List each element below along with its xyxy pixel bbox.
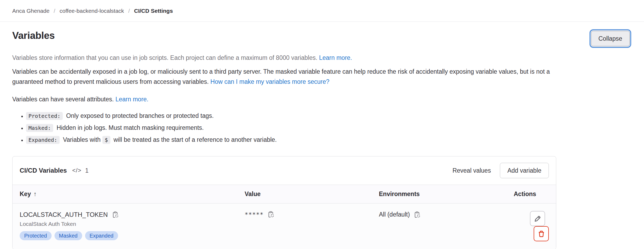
column-header-actions: Actions xyxy=(507,185,556,204)
expanded-code-chip: Expanded: xyxy=(26,136,60,144)
variable-description: LocalStack Auth Token xyxy=(20,221,230,227)
attributes-text: Variables can have several attributes. xyxy=(12,96,114,103)
learn-more-link[interactable]: Learn more. xyxy=(319,54,352,61)
cicd-variables-card: CI/CD Variables </> 1 Reveal values Add … xyxy=(12,156,556,249)
environment-scope: All (default) xyxy=(379,211,410,218)
attributes-learn-more-link[interactable]: Learn more. xyxy=(115,96,148,103)
protected-code-chip: Protected: xyxy=(26,112,63,120)
protected-description: Only exposed to protected branches or pr… xyxy=(66,112,214,119)
masked-badge: Masked xyxy=(55,231,82,240)
dollar-code-chip: $ xyxy=(102,136,110,144)
key-cell: LOCALSTACK_AUTH_TOKEN LocalStack Au xyxy=(12,204,237,249)
variable-key: LOCALSTACK_AUTH_TOKEN xyxy=(20,211,108,218)
badge-row: Protected Masked Expanded xyxy=(20,231,230,240)
column-header-environments: Environments xyxy=(372,185,507,204)
environments-cell: All (default) xyxy=(372,204,507,249)
masked-variable-value: ***** xyxy=(245,211,264,218)
card-header: CI/CD Variables </> 1 Reveal values Add … xyxy=(12,156,556,185)
masked-code-chip: Masked: xyxy=(26,124,53,132)
top-bar: Anca Ghenade / coffee-backend-localstack… xyxy=(0,0,644,22)
clipboard-copy-icon xyxy=(414,211,421,218)
card-title: CI/CD Variables xyxy=(20,167,67,174)
edit-variable-button[interactable] xyxy=(530,211,545,226)
pencil-icon xyxy=(534,215,541,222)
card-header-actions: Reveal values Add variable xyxy=(453,163,549,178)
list-item-masked: Masked: Hidden in job logs. Must match m… xyxy=(26,124,632,132)
table-row: LOCALSTACK_AUTH_TOKEN LocalStack Au xyxy=(12,204,556,249)
reveal-values-button[interactable]: Reveal values xyxy=(453,167,491,174)
breadcrumb: Anca Ghenade / coffee-backend-localstack… xyxy=(12,8,173,14)
collapse-button[interactable]: Collapse xyxy=(591,31,630,46)
list-item-expanded: Expanded: Variables with $ will be treat… xyxy=(26,136,632,144)
copy-key-button[interactable] xyxy=(112,211,119,218)
expanded-description-before: Variables with xyxy=(63,136,101,143)
expanded-badge: Expanded xyxy=(85,231,118,240)
expanded-description-after: will be treated as the start of a refere… xyxy=(114,136,277,143)
copy-value-button[interactable] xyxy=(267,211,274,218)
variables-count: 1 xyxy=(85,167,89,174)
attributes-paragraph: Variables can have several attributes. L… xyxy=(12,94,632,104)
card-title-wrap: CI/CD Variables </> 1 xyxy=(20,167,89,174)
clipboard-copy-icon xyxy=(267,211,274,218)
actions-cell xyxy=(507,204,556,249)
copy-environment-button[interactable] xyxy=(414,211,421,218)
masking-warning-paragraph: Variables can be accidentally exposed in… xyxy=(12,67,572,87)
column-header-key[interactable]: Key↑ xyxy=(12,185,237,204)
page-title: Variables xyxy=(12,30,55,42)
value-cell: ***** xyxy=(237,204,372,249)
protected-badge: Protected xyxy=(20,231,52,240)
masked-description: Hidden in job logs. Must match masking r… xyxy=(57,124,204,131)
settings-content: Variables Collapse Variables store infor… xyxy=(0,22,644,249)
column-header-value: Value xyxy=(237,185,372,204)
intro-paragraph: Variables store information that you can… xyxy=(12,53,632,63)
table-header-row: Key↑ Value Environments Actions xyxy=(12,185,556,204)
add-variable-button[interactable]: Add variable xyxy=(500,163,549,178)
trash-icon xyxy=(538,230,545,238)
breadcrumb-separator: / xyxy=(128,8,130,14)
breadcrumb-current-page: CI/CD Settings xyxy=(134,8,173,14)
code-icon: </> xyxy=(72,167,81,174)
key-column-label: Key xyxy=(20,190,31,197)
list-item-protected: Protected: Only exposed to protected bra… xyxy=(26,112,632,120)
sort-ascending-icon: ↑ xyxy=(34,190,37,197)
breadcrumb-project[interactable]: coffee-backend-localstack xyxy=(60,8,124,14)
attributes-list: Protected: Only exposed to protected bra… xyxy=(26,112,632,144)
variables-section-header: Variables Collapse xyxy=(12,30,632,46)
intro-text: Variables store information that you can… xyxy=(12,54,317,61)
variables-table: Key↑ Value Environments Actions LOCALSTA… xyxy=(12,185,556,249)
breadcrumb-namespace[interactable]: Anca Ghenade xyxy=(12,8,49,14)
breadcrumb-separator: / xyxy=(54,8,55,14)
delete-variable-button[interactable] xyxy=(534,226,549,241)
clipboard-copy-icon xyxy=(112,211,119,218)
secure-variables-link[interactable]: How can I make my variables more secure? xyxy=(210,78,329,85)
